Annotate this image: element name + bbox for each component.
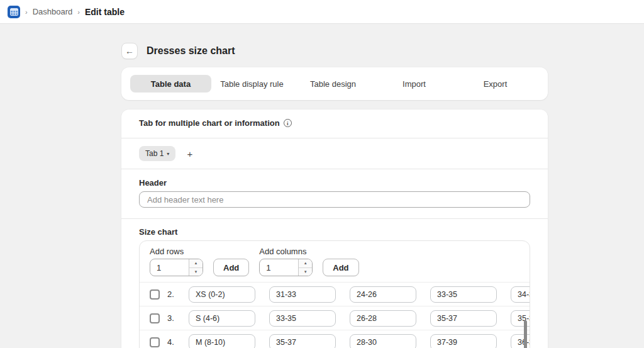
add-rows-stepper[interactable]: ▲ ▼	[150, 259, 203, 276]
row-checkbox[interactable]	[150, 289, 160, 300]
cell-input[interactable]	[430, 334, 497, 348]
size-chart-rows: 2.3.4.5.	[140, 282, 530, 348]
page-title: Dresses size chart	[147, 45, 235, 57]
cell-input[interactable]	[269, 286, 336, 303]
table-row: 4.	[140, 330, 530, 348]
header-label: Header	[139, 178, 530, 188]
app-logo-table-icon[interactable]	[8, 6, 20, 18]
tab1-label: Tab 1	[145, 149, 164, 158]
row-checkbox[interactable]	[150, 337, 160, 347]
add-columns-button[interactable]: Add	[323, 259, 358, 276]
main-content: ← Dresses size chart Table data Table di…	[121, 43, 548, 348]
chevron-down-icon: ▾	[167, 151, 169, 157]
add-columns-value-input[interactable]	[260, 263, 298, 272]
header-section: Header	[121, 169, 548, 219]
size-chart-section: Size chart Add rows ▲ ▼	[121, 219, 548, 348]
add-rows-button[interactable]: Add	[213, 259, 249, 276]
tab1-dropdown[interactable]: Tab 1 ▾	[139, 146, 175, 161]
table-row: 3.	[140, 306, 530, 330]
back-arrow-icon: ←	[125, 46, 134, 56]
back-button[interactable]: ←	[121, 43, 138, 59]
cell-input[interactable]	[269, 334, 336, 348]
stepper-down-icon[interactable]: ▼	[189, 268, 203, 276]
add-rows-group: Add rows ▲ ▼ Add	[150, 247, 249, 276]
tabs-card: Table data Table display rule Table desi…	[121, 67, 548, 100]
cell-input[interactable]	[511, 286, 530, 303]
vertical-scrollbar[interactable]	[524, 320, 527, 348]
tab-table-display-rule[interactable]: Table display rule	[211, 75, 292, 93]
row-number: 4.	[167, 337, 181, 347]
tab-pill-row: Tab 1 ▾ +	[121, 138, 548, 169]
page-header: ← Dresses size chart	[121, 43, 548, 59]
size-chart-label: Size chart	[139, 227, 530, 237]
multi-tab-section-header: Tab for multiple chart or information i	[121, 109, 548, 138]
add-columns-stepper[interactable]: ▲ ▼	[259, 259, 313, 276]
cell-input[interactable]	[511, 310, 530, 327]
cell-input[interactable]	[189, 310, 255, 327]
cell-input[interactable]	[350, 286, 416, 303]
header-text-input[interactable]	[139, 191, 530, 208]
cell-input[interactable]	[511, 334, 530, 348]
tab-table-data[interactable]: Table data	[130, 75, 211, 93]
size-chart-panel: Add rows ▲ ▼ Add	[139, 240, 530, 348]
cell-input[interactable]	[189, 286, 255, 303]
row-number: 3.	[167, 313, 181, 323]
add-tab-button[interactable]: +	[187, 149, 192, 159]
add-rows-label: Add rows	[150, 247, 249, 256]
row-checkbox[interactable]	[150, 313, 160, 323]
cell-input[interactable]	[430, 286, 497, 303]
tab-import[interactable]: Import	[374, 75, 455, 93]
cell-input[interactable]	[189, 334, 255, 348]
breadcrumb-current-page: Edit table	[85, 7, 125, 17]
info-icon[interactable]: i	[284, 119, 292, 127]
tab-bar: Table data Table display rule Table desi…	[130, 75, 539, 93]
table-row: 2.	[140, 283, 530, 306]
cell-input[interactable]	[430, 310, 497, 327]
stepper-buttons: ▲ ▼	[189, 259, 203, 276]
add-columns-label: Add columns	[259, 247, 358, 256]
breadcrumb-separator: ›	[77, 8, 80, 16]
cell-input[interactable]	[269, 310, 336, 327]
stepper-down-icon[interactable]: ▼	[299, 268, 312, 276]
breadcrumb-separator: ›	[25, 8, 28, 16]
topbar: › Dashboard › Edit table	[0, 0, 644, 24]
edit-table-card: Tab for multiple chart or information i …	[121, 109, 548, 348]
breadcrumb-dashboard-link[interactable]: Dashboard	[33, 7, 73, 16]
stepper-up-icon[interactable]: ▲	[189, 259, 203, 268]
row-number: 2.	[167, 289, 181, 299]
cell-input[interactable]	[350, 334, 416, 348]
add-columns-group: Add columns ▲ ▼ Add	[259, 247, 358, 276]
add-rows-value-input[interactable]	[150, 263, 189, 272]
tab-export[interactable]: Export	[455, 75, 536, 93]
multi-tab-section-title: Tab for multiple chart or information	[139, 118, 280, 128]
tab-table-design[interactable]: Table design	[292, 75, 374, 93]
cell-input[interactable]	[350, 310, 416, 327]
add-controls: Add rows ▲ ▼ Add	[140, 241, 530, 282]
stepper-up-icon[interactable]: ▲	[299, 259, 312, 268]
stepper-buttons: ▲ ▼	[298, 259, 312, 276]
